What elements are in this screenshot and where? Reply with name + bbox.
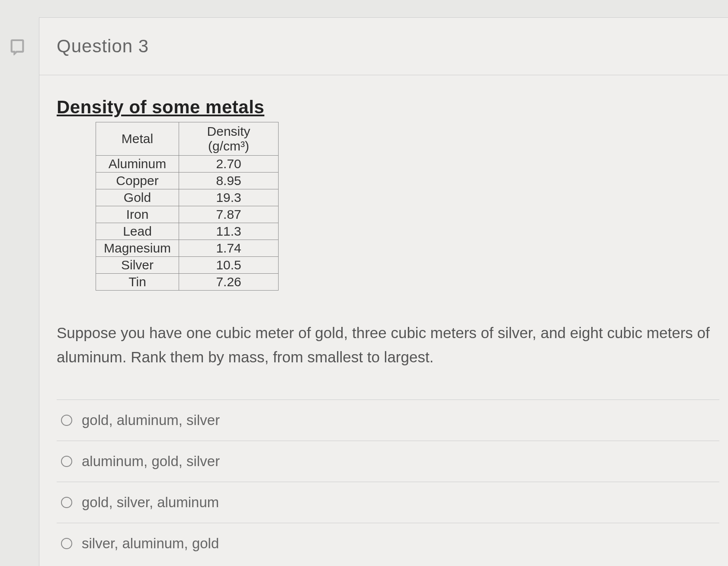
table-row: Copper8.95: [96, 173, 279, 189]
answer-label: gold, silver, aluminum: [82, 494, 219, 511]
table-row: Silver10.5: [96, 257, 279, 274]
question-header: Question 3: [39, 18, 728, 75]
question-prompt: Suppose you have one cubic meter of gold…: [57, 321, 719, 369]
table-row: Aluminum2.70: [96, 156, 279, 173]
answer-label: gold, aluminum, silver: [82, 412, 220, 428]
table-header-metal: Metal: [96, 122, 179, 156]
answer-option-0[interactable]: gold, aluminum, silver: [57, 400, 719, 441]
radio-icon: [61, 456, 72, 467]
question-card: Question 3 Density of some metals Metal …: [39, 17, 728, 566]
radio-icon: [61, 538, 72, 549]
answer-options: gold, aluminum, silver aluminum, gold, s…: [57, 400, 719, 566]
answer-option-2[interactable]: gold, silver, aluminum: [57, 482, 719, 523]
density-table: Metal Density (g/cm³) Aluminum2.70 Coppe…: [96, 122, 279, 291]
radio-icon: [61, 497, 72, 508]
table-row: Iron7.87: [96, 206, 279, 223]
table-row: Gold19.3: [96, 189, 279, 206]
radio-icon: [61, 415, 72, 426]
question-number: Question 3: [57, 36, 149, 56]
table-row: Magnesium1.74: [96, 240, 279, 257]
answer-option-3[interactable]: silver, aluminum, gold: [57, 523, 719, 566]
answer-label: aluminum, gold, silver: [82, 453, 220, 470]
answer-label: silver, aluminum, gold: [82, 535, 219, 552]
bookmark-icon: [9, 38, 26, 55]
table-row: Lead11.3: [96, 223, 279, 240]
table-title: Density of some metals: [57, 97, 719, 118]
table-header-density: Density (g/cm³): [179, 122, 279, 156]
table-row: Tin7.26: [96, 274, 279, 291]
answer-option-1[interactable]: aluminum, gold, silver: [57, 441, 719, 482]
